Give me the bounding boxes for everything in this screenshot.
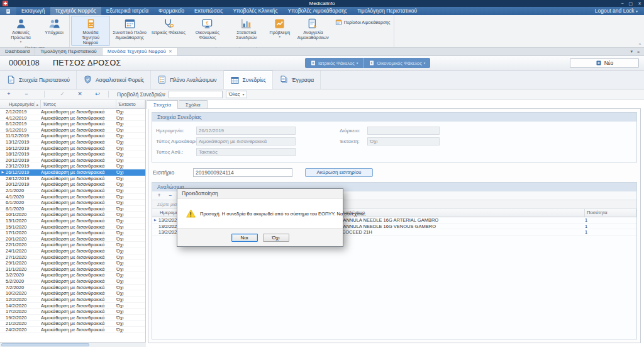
horizontal-scrollbar[interactable]: [0, 342, 146, 347]
sessions-filter-combobox[interactable]: Όλες ▾: [226, 91, 248, 98]
session-row[interactable]: 9/12/2019Αιμοκάθαρση με δισανθρακικάΌχι: [0, 127, 145, 134]
record-tab-2[interactable]: Πλάνο Αναλώσιμων: [151, 71, 223, 89]
session-row[interactable]: 17/2/2020Αιμοκάθαρση με δισανθρακικάΌχι: [0, 309, 145, 315]
session-row[interactable]: 20/12/2019Αιμοκάθαρση με δισανθρακικάΌχι: [0, 157, 145, 164]
session-row[interactable]: 15/1/2020Αιμοκάθαρση με δισανθρακικάΌχι: [0, 224, 145, 230]
details-tab-1[interactable]: Σχόλια: [179, 100, 208, 109]
column-header-quantity[interactable]: Ποσότητα: [585, 209, 636, 217]
session-row[interactable]: 2/1/2020Αιμοκάθαρση με δισανθρακικάΌχι: [0, 188, 145, 194]
refresh-button[interactable]: ↩: [89, 89, 106, 99]
session-row[interactable]: 23/12/2019Αιμοκάθαρση με δισανθρακικάΌχι: [0, 163, 145, 169]
column-header-item[interactable]: Αναλώσιμο: [340, 209, 585, 217]
new-session-button[interactable]: Νέο: [570, 58, 639, 68]
record-tab-1[interactable]: Ασφαλιστικοί Φορείς: [77, 71, 151, 89]
session-row[interactable]: 16/12/2019Αιμοκάθαρση με δισανθρακικάΌχι: [0, 145, 145, 152]
accept-changes-button[interactable]: ✓: [53, 89, 71, 99]
ribbon-button-0-1[interactable]: Υπόχρεοι: [40, 16, 68, 45]
ribbon-collapse-icon[interactable]: ^: [639, 42, 641, 47]
tab-close-icon[interactable]: ×: [637, 50, 640, 54]
scrollbar-thumb[interactable]: [1, 343, 89, 346]
session-row[interactable]: 21/2/2020Αιμοκάθαρση με δισανθρακικάΌχι: [0, 321, 145, 327]
session-row[interactable]: 13/1/2020Αιμοκάθαρση με δισανθρακικάΌχι: [0, 218, 145, 224]
details-tab-0[interactable]: Στοιχεία: [147, 100, 178, 109]
session-row[interactable]: 7/2/2020Αιμοκάθαρση με δισανθρακικάΌχι: [0, 285, 145, 291]
session-row[interactable]: 5/2/2020Αιμοκάθαρση με δισανθρακικάΌχι: [0, 278, 145, 285]
patient-quick-button-1[interactable]: €Οικονομικός Φάκελος▾: [364, 58, 430, 68]
record-tab-4[interactable]: Έγγραφα: [273, 71, 321, 89]
no-button[interactable]: Όχι: [263, 234, 289, 242]
session-row[interactable]: 11/12/2019Αιμοκάθαρση με δισανθρακικάΌχι: [0, 133, 145, 139]
close-button[interactable]: ✕: [638, 0, 641, 7]
session-row[interactable]: 22/1/2020Αιμοκάθαρση με δισανθρακικάΌχι: [0, 242, 145, 248]
maximize-button[interactable]: ▢: [629, 0, 633, 7]
column-header-type[interactable]: Τύπος: [41, 100, 116, 108]
delete-consumable-button[interactable]: −: [165, 191, 176, 200]
session-row[interactable]: 28/12/2019Αιμοκάθαρση με δισανθρακικάΌχι: [0, 176, 145, 182]
ribbon-button-0-0[interactable]: Ασθενείς Πρόσωπα▾: [1, 16, 40, 45]
session-row[interactable]: 18/12/2019Αιμοκάθαρση με δισανθρακικάΌχι: [0, 151, 145, 157]
menu-tab-3[interactable]: Φαρμακείο: [153, 7, 189, 15]
session-row[interactable]: 8/1/2020Αιμοκάθαρση με δισανθρακικάΌχι: [0, 206, 145, 212]
menu-tab-6[interactable]: Υποβολές Αιμοκάθαρσης: [283, 7, 352, 15]
session-row[interactable]: 31/1/2020Αιμοκάθαρση με δισανθρακικάΌχι: [0, 266, 145, 273]
add-session-button[interactable]: +: [0, 89, 18, 99]
menu-tab-4[interactable]: Εκτυπώσεις: [189, 7, 228, 15]
ribbon-button-1-4[interactable]: Στατιστικά Συνεδριών: [227, 16, 266, 46]
minimize-button[interactable]: −: [621, 0, 623, 7]
tab-list-dropdown-icon[interactable]: ▾: [630, 49, 633, 54]
cancel-changes-button[interactable]: ✕: [71, 89, 89, 99]
menu-tab-1[interactable]: Τεχνητός Νεφρός: [50, 7, 101, 15]
ribbon-button-1-1[interactable]: Συνοπτικό Πλάνο Αιμοκάθαρσης: [110, 16, 149, 46]
session-row[interactable]: 27/1/2020Αιμοκάθαρση με δισανθρακικάΌχι: [0, 254, 145, 261]
dialog-title[interactable]: Προειδοποίηση: [177, 189, 343, 199]
ribbon-button-1-5[interactable]: Πρόβλεψη▾: [266, 16, 294, 46]
menu-tab-0[interactable]: Εισαγωγή: [16, 7, 50, 15]
session-row[interactable]: 6/1/2020Αιμοκάθαρση με δισανθρακικάΌχι: [0, 200, 145, 206]
column-header-extra[interactable]: Έκτακτο: [116, 100, 145, 108]
session-row[interactable]: 10/1/2020Αιμοκάθαρση με δισανθρακικάΌχι: [0, 212, 145, 218]
session-row[interactable]: 4/1/2020Αιμοκάθαρση με δισανθρακικάΌχι: [0, 194, 145, 200]
document-tab-0[interactable]: Dashboard: [0, 48, 35, 55]
ribbon-button-1-3[interactable]: €Οικονομικός Φάκελος: [188, 16, 227, 46]
session-row[interactable]: 24/2/2020Αιμοκάθαρση με δισανθρακικάΌχι: [0, 327, 145, 333]
session-extra-cell: Όχι: [116, 230, 145, 236]
ribbon-button-1-6[interactable]: Αναγγελία Αιμοκαθάρσεων: [294, 16, 333, 46]
ribbon-button-1-2[interactable]: Ιατρικός Φάκελος: [149, 16, 188, 46]
session-row[interactable]: 29/1/2020Αιμοκάθαρση με δισανθρακικάΌχι: [0, 260, 145, 266]
menu-tab-2[interactable]: Εξωτερικά Ιατρεία: [101, 7, 153, 15]
session-row[interactable]: 2/12/2019Αιμοκάθαρση με δισανθρακικάΌχι: [0, 109, 145, 115]
svg-text:€: €: [206, 21, 209, 26]
record-tab-3[interactable]: Συνεδρίες: [224, 71, 273, 89]
session-row[interactable]: 3/2/2020Αιμοκάθαρση με δισανθρακικάΌχι: [0, 272, 145, 278]
menu-tab-7[interactable]: Τιμολόγηση Περιστατικού: [352, 7, 422, 15]
session-row[interactable]: ▶26/12/2019Αιμοκάθαρση με δισανθρακικάΌχ…: [0, 169, 145, 176]
patient-quick-button-0[interactable]: Ιατρικός Φάκελος▾: [305, 58, 364, 68]
ticket-number-field[interactable]: 2019000924114: [193, 168, 292, 177]
session-row[interactable]: 19/2/2020Αιμοκάθαρση με δισανθρακικάΌχι: [0, 315, 145, 321]
menu-tab-5[interactable]: Υποβολές Κλινικής: [228, 7, 282, 15]
ribbon-side-button-0[interactable]: Περίοδοι Αιμοκάθαρσης: [335, 18, 391, 26]
session-row[interactable]: 10/2/2020Αιμοκάθαρση με δισανθρακικάΌχι: [0, 290, 145, 297]
logout-and-lock-button[interactable]: Logout and Lock ▾: [595, 7, 644, 15]
session-row[interactable]: 20/1/2020Αιμοκάθαρση με δισανθρακικάΌχι: [0, 236, 145, 242]
session-row[interactable]: 4/12/2019Αιμοκάθαρση με δισανθρακικάΌχι: [0, 115, 145, 122]
session-row[interactable]: 17/1/2020Αιμοκάθαρση με δισανθρακικάΌχι: [0, 230, 145, 236]
view-sessions-combobox[interactable]: [169, 91, 223, 98]
record-tab-0[interactable]: Στοιχεία Περιστατικού: [0, 71, 77, 89]
add-consumable-button[interactable]: +: [153, 191, 165, 200]
document-tab-1[interactable]: Τιμολόγηση Περιστατικού: [35, 48, 103, 55]
session-row[interactable]: 13/12/2019Αιμοκάθαρση με δισανθρακικάΌχι: [0, 139, 145, 145]
session-row[interactable]: 24/1/2020Αιμοκάθαρση με δισανθρακικάΌχι: [0, 248, 145, 254]
document-tab-2[interactable]: Μονάδα Τεχνητού Νεφρού✕: [103, 48, 178, 55]
session-row[interactable]: 6/12/2019Αιμοκάθαρση με δισανθρακικάΌχι: [0, 121, 145, 127]
column-header-date[interactable]: Ημερομηνία▲: [0, 100, 41, 108]
session-row[interactable]: 30/12/2019Αιμοκάθαρση με δισανθρακικάΌχι: [0, 181, 145, 188]
cancel-ticket-button[interactable]: Ακύρωση εισιτηρίου: [305, 168, 373, 177]
session-row[interactable]: 12/2/2020Αιμοκάθαρση με δισανθρακικάΌχι: [0, 297, 145, 303]
app-menu-button[interactable]: [0, 7, 16, 15]
session-row[interactable]: 14/2/2020Αιμοκάθαρση με δισανθρακικάΌχι: [0, 303, 145, 309]
ribbon-button-1-0[interactable]: Μονάδα Τεχνητού Νεφρού: [71, 16, 110, 46]
close-icon[interactable]: ✕: [169, 48, 172, 55]
yes-button[interactable]: Ναι: [231, 234, 258, 242]
delete-session-button[interactable]: −: [18, 89, 35, 99]
